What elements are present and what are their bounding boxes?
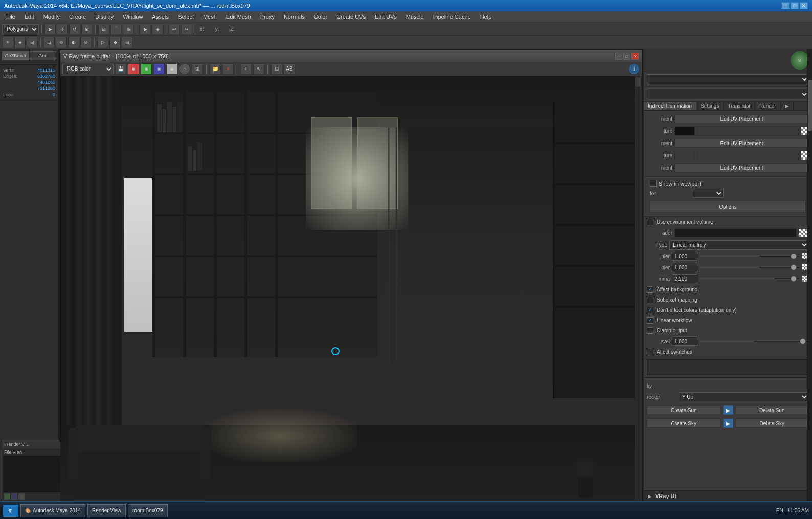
menu-edit-mesh[interactable]: Edit Mesh bbox=[222, 12, 255, 22]
taskbar-maya[interactable]: 🎨 Autodesk Maya 2014 bbox=[20, 504, 85, 517]
vfb-tool-load[interactable]: 📁 bbox=[210, 63, 221, 75]
tool-rotate[interactable]: ↺ bbox=[69, 24, 80, 35]
for-dropdown[interactable] bbox=[693, 189, 724, 198]
vfb-tool-circle[interactable]: ○ bbox=[179, 63, 190, 75]
tool2-3[interactable]: ⊞ bbox=[27, 37, 38, 48]
menu-edit[interactable]: Edit bbox=[20, 12, 38, 22]
menu-file[interactable]: File bbox=[2, 12, 19, 22]
menu-muscle[interactable]: Muscle bbox=[402, 12, 428, 22]
vfb-tool-green[interactable]: ■ bbox=[141, 63, 152, 75]
menu-display[interactable]: Display bbox=[91, 12, 118, 22]
menu-create[interactable]: Create bbox=[65, 12, 90, 22]
tool-snap-point[interactable]: ⊕ bbox=[123, 24, 134, 35]
vfb-tool-x[interactable]: ✕ bbox=[222, 63, 234, 75]
taskbar-render[interactable]: Render View bbox=[87, 504, 126, 517]
close-button[interactable]: ✕ bbox=[800, 2, 808, 9]
start-button[interactable]: ⊞ bbox=[3, 505, 18, 517]
menu-edit-uvs[interactable]: Edit UVs bbox=[371, 12, 401, 22]
tool2-4[interactable]: ⊡ bbox=[43, 37, 55, 48]
menu-modify[interactable]: Modify bbox=[39, 12, 64, 22]
vfb-tool-save[interactable]: 💾 bbox=[115, 63, 126, 75]
maximize-button[interactable]: □ bbox=[791, 2, 799, 9]
menu-mesh[interactable]: Mesh bbox=[199, 12, 221, 22]
tool2-5[interactable]: ⊕ bbox=[56, 37, 67, 48]
sidebar-tab-gobrush[interactable]: GoZBrush bbox=[2, 51, 29, 60]
edit-uv-btn-2[interactable]: Edit UV Placement bbox=[674, 139, 809, 148]
gamma-thumb[interactable] bbox=[791, 276, 797, 282]
tab-arrow[interactable]: ▶ bbox=[781, 102, 794, 110]
dont-affect-colors-checkbox[interactable]: ✓ bbox=[647, 307, 653, 313]
gamma-input[interactable] bbox=[672, 274, 697, 283]
vfb-tool-blue[interactable]: ■ bbox=[153, 63, 165, 75]
tool2-2[interactable]: ◈ bbox=[14, 37, 26, 48]
menu-select[interactable]: Select bbox=[174, 12, 198, 22]
polygon-mode-dropdown[interactable]: Polygons bbox=[2, 24, 39, 34]
tool-select[interactable]: ▶ bbox=[44, 24, 56, 35]
render-mini-file[interactable]: File bbox=[4, 449, 12, 455]
scroll-thumb-v[interactable] bbox=[635, 77, 641, 87]
tool2-keyframe[interactable]: ◆ bbox=[109, 37, 121, 48]
menu-assets[interactable]: Assets bbox=[148, 12, 173, 22]
level-slider[interactable] bbox=[700, 340, 809, 342]
type-select[interactable]: Linear multiply Reinhard Exponential bbox=[669, 240, 809, 250]
vfb-scrollbar-v[interactable] bbox=[635, 76, 642, 517]
gamma-slider[interactable] bbox=[700, 278, 800, 280]
right-dropdown-2[interactable] bbox=[647, 89, 809, 99]
tool-snap-curve[interactable]: ⌒ bbox=[110, 24, 122, 35]
vfb-tool-clear[interactable]: ■ bbox=[128, 63, 139, 75]
affect-swatches-checkbox[interactable] bbox=[647, 349, 653, 355]
director-dropdown[interactable]: Y Up bbox=[680, 392, 809, 401]
menu-proxy[interactable]: Proxy bbox=[256, 12, 279, 22]
vfb-minimize[interactable]: — bbox=[615, 53, 622, 60]
vfb-tool-plus[interactable]: + bbox=[240, 63, 252, 75]
right-dropdown-1[interactable] bbox=[647, 74, 809, 84]
vfb-tool-compare[interactable]: ⊟ bbox=[271, 63, 282, 75]
tab-translator[interactable]: Translator bbox=[724, 102, 755, 110]
vfb-tool-white[interactable]: ■ bbox=[166, 63, 177, 75]
menu-normals[interactable]: Normals bbox=[280, 12, 309, 22]
tool2-6[interactable]: ◐ bbox=[68, 37, 79, 48]
edit-uv-btn-1[interactable]: Edit UV Placement bbox=[674, 114, 809, 123]
menu-create-uvs[interactable]: Create UVs bbox=[332, 12, 370, 22]
menu-window[interactable]: Window bbox=[119, 12, 147, 22]
menu-pipeline-cache[interactable]: Pipeline Cache bbox=[429, 12, 475, 22]
vfb-close[interactable]: ✕ bbox=[631, 53, 639, 60]
level-thumb[interactable] bbox=[800, 338, 806, 344]
tool2-anim[interactable]: ▷ bbox=[97, 37, 108, 48]
use-env-volume-checkbox[interactable] bbox=[647, 219, 653, 225]
tool2-7[interactable]: ⊘ bbox=[80, 37, 92, 48]
options-btn[interactable]: Options bbox=[650, 201, 806, 212]
tool-redo[interactable]: ↪ bbox=[181, 24, 192, 35]
tool-ipr[interactable]: ◈ bbox=[152, 24, 163, 35]
create-sky-icon-btn[interactable]: ▶ bbox=[723, 419, 733, 428]
tool-snap-grid[interactable]: ⊡ bbox=[98, 24, 109, 35]
delete-sky-btn[interactable]: Delete Sky bbox=[735, 419, 809, 428]
vfb-tool-ab[interactable]: AB bbox=[284, 63, 295, 75]
create-sun-btn[interactable]: Create Sun bbox=[647, 405, 721, 415]
vfb-tool-info[interactable]: ℹ bbox=[628, 63, 640, 75]
multiplier-thumb-2[interactable] bbox=[791, 264, 797, 270]
multiplier-thumb-1[interactable] bbox=[791, 253, 797, 259]
vfb-maximize[interactable]: □ bbox=[623, 53, 630, 60]
taskbar-box[interactable]: room:Box079 bbox=[128, 504, 167, 517]
multiplier-slider-2[interactable] bbox=[700, 266, 800, 268]
affect-background-checkbox[interactable]: ✓ bbox=[647, 286, 653, 293]
right-panel-scrollbar[interactable] bbox=[807, 49, 812, 519]
multiplier-slider-1[interactable] bbox=[700, 255, 800, 257]
shader-color[interactable] bbox=[674, 228, 797, 237]
texture-color-1[interactable] bbox=[674, 126, 695, 136]
linear-workflow-checkbox[interactable]: ✓ bbox=[647, 317, 653, 324]
tab-settings[interactable]: Settings bbox=[696, 102, 724, 110]
multiplier-input-1[interactable] bbox=[672, 252, 697, 261]
vray-ui-section[interactable]: ▶ VRay UI bbox=[644, 490, 812, 501]
tool-move[interactable]: ✛ bbox=[57, 24, 68, 35]
clamp-output-checkbox[interactable] bbox=[647, 327, 653, 334]
tool-scale[interactable]: ⊞ bbox=[81, 24, 93, 35]
create-sun-icon-btn[interactable]: ▶ bbox=[723, 405, 733, 415]
level-input[interactable] bbox=[672, 336, 697, 346]
menu-color[interactable]: Color bbox=[310, 12, 331, 22]
multiplier-input-2[interactable] bbox=[672, 263, 697, 272]
show-in-viewport-checkbox[interactable] bbox=[650, 180, 657, 187]
render-mini-btn1[interactable] bbox=[4, 493, 10, 500]
sidebar-tab-gen[interactable]: Gen bbox=[30, 51, 57, 60]
